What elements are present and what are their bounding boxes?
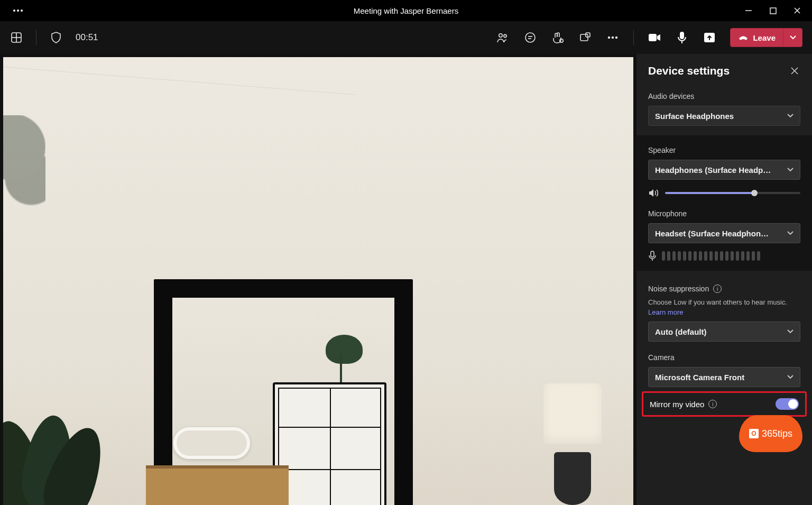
titlebar: Meeting with Jasper Bernaers [0, 0, 812, 21]
decor [3, 115, 45, 221]
decor [146, 465, 289, 505]
noise-suppression-section: Noise suppression i Choose Low if you wa… [636, 274, 812, 387]
meeting-toolbar: 00:51 Leave [0, 21, 812, 54]
maximize-button[interactable] [765, 3, 780, 18]
mirror-video-highlight: Mirror my video i [642, 391, 807, 417]
close-panel-button[interactable] [789, 65, 800, 77]
svg-point-15 [560, 39, 563, 42]
svg-point-0 [13, 10, 15, 12]
speaker-section: Speaker Headphones (Surface Headphon... … [636, 135, 812, 271]
layout-grid-icon[interactable] [10, 31, 23, 44]
leave-button[interactable]: Leave [731, 29, 783, 47]
microphone-label: Microphone [648, 209, 800, 218]
speaker-label: Speaker [648, 146, 800, 154]
chat-icon[interactable] [523, 31, 537, 44]
svg-rect-27 [651, 251, 654, 257]
svg-rect-16 [580, 34, 588, 41]
participant-video [3, 57, 633, 505]
watermark-text: 365tips [762, 428, 792, 439]
microphone-dropdown[interactable]: Headset (Surface Headphones) [648, 223, 800, 243]
office-logo-icon: O [749, 429, 759, 438]
noise-suppression-label: Noise suppression i [648, 284, 800, 293]
camera-value: Microsoft Camera Front [655, 373, 744, 382]
speaker-dropdown[interactable]: Headphones (Surface Headphon... [648, 160, 800, 180]
chevron-down-icon [787, 375, 793, 379]
audio-devices-label: Audio devices [648, 92, 800, 100]
svg-point-18 [608, 36, 610, 39]
panel-header: Device settings [636, 54, 812, 81]
chevron-down-icon [787, 231, 793, 235]
camera-dropdown[interactable]: Microsoft Camera Front [648, 367, 800, 387]
close-window-button[interactable] [790, 3, 805, 18]
shield-icon[interactable] [49, 31, 63, 44]
decor [538, 383, 607, 505]
noise-value: Auto (default) [655, 327, 706, 336]
noise-suppression-text: Noise suppression [648, 284, 709, 293]
hangup-icon [738, 34, 749, 41]
decor [3, 378, 98, 505]
decor [312, 337, 371, 385]
speaker-icon [648, 188, 659, 198]
mirror-video-label: Mirror my video [650, 400, 704, 409]
mic-toggle-icon[interactable] [675, 31, 689, 44]
speaker-volume-slider[interactable] [665, 192, 800, 194]
leave-label: Leave [753, 33, 776, 42]
meeting-timer: 00:51 [76, 32, 98, 43]
toolbar-right-group: Leave [496, 28, 802, 47]
speaker-volume-row [648, 188, 800, 198]
mic-level-meter [662, 251, 760, 261]
window-controls [734, 3, 808, 18]
microphone-value: Headset (Surface Headphones) [655, 229, 771, 238]
audio-devices-dropdown[interactable]: Surface Headphones [648, 106, 800, 126]
people-icon[interactable] [496, 31, 510, 44]
toolbar-left-group: 00:51 [10, 30, 98, 45]
noise-suppression-dropdown[interactable]: Auto (default) [648, 322, 800, 342]
divider [633, 30, 634, 45]
svg-point-12 [525, 33, 535, 42]
titlebar-left [4, 3, 78, 18]
decor [3, 67, 355, 95]
decor [273, 382, 386, 505]
speaker-value: Headphones (Surface Headphon... [655, 166, 771, 175]
svg-rect-21 [649, 34, 657, 41]
chevron-down-icon [787, 329, 793, 334]
chevron-down-icon [787, 168, 793, 172]
svg-rect-4 [770, 8, 776, 14]
mirror-video-toggle[interactable] [776, 398, 799, 410]
mic-icon [648, 251, 657, 261]
window-title: Meeting with Jasper Bernaers [78, 6, 734, 15]
share-screen-icon[interactable] [703, 31, 716, 44]
info-icon[interactable]: i [708, 400, 717, 408]
decor [173, 427, 250, 459]
chevron-down-icon [787, 114, 793, 118]
svg-rect-22 [680, 32, 684, 39]
camera-toggle-icon[interactable] [648, 31, 661, 44]
audio-devices-section: Audio devices Surface Headphones [636, 81, 812, 126]
panel-title: Device settings [648, 65, 730, 77]
main-area: Device settings Audio devices Surface He… [0, 54, 812, 505]
minimize-button[interactable] [741, 3, 756, 18]
svg-point-1 [17, 10, 19, 12]
svg-point-11 [504, 34, 506, 37]
video-stage [0, 54, 636, 505]
divider [36, 30, 36, 45]
leave-button-group: Leave [730, 28, 802, 47]
noise-helper-text: Choose Low if you want others to hear mu… [648, 298, 800, 306]
learn-more-link[interactable]: Learn more [648, 308, 800, 316]
svg-point-10 [499, 34, 502, 37]
rooms-icon[interactable] [578, 31, 592, 44]
device-settings-panel: Device settings Audio devices Surface He… [636, 54, 812, 505]
more-actions-icon[interactable] [606, 31, 620, 44]
reactions-icon[interactable] [551, 31, 565, 44]
info-icon[interactable]: i [713, 284, 722, 293]
leave-caret-button[interactable] [783, 29, 802, 47]
svg-point-19 [612, 36, 614, 39]
camera-label: Camera [648, 353, 800, 362]
audio-devices-value: Surface Headphones [655, 112, 734, 121]
microphone-level-row [648, 251, 800, 261]
watermark-badge: O 365tips [739, 415, 802, 452]
svg-point-2 [21, 10, 23, 12]
more-menu-button[interactable] [11, 3, 25, 18]
svg-point-20 [615, 36, 617, 39]
